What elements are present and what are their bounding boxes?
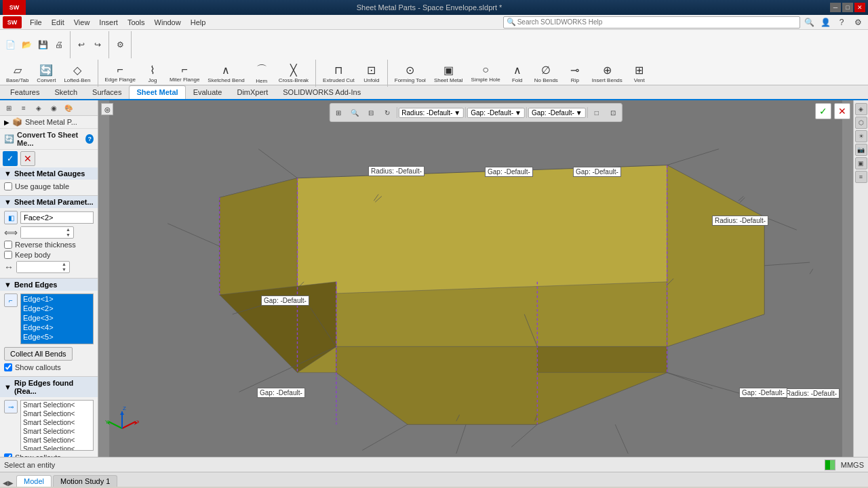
save-btn[interactable]: 💾 <box>35 37 50 52</box>
scene-btn[interactable]: ⬡ <box>855 117 867 129</box>
sketched-bend-btn[interactable]: ∧ Sketched Bend <box>204 62 248 85</box>
vent-btn[interactable]: ⊞ Vent <box>627 62 652 85</box>
hem-btn[interactable]: ⌒ Hem <box>250 61 274 86</box>
face-input[interactable]: Face<2> <box>20 211 94 224</box>
rip-selector-icon[interactable]: ⊸ <box>4 400 18 413</box>
thickness-input[interactable]: 2.00mm <box>21 227 65 238</box>
thickness-down[interactable]: ▼ <box>65 232 73 238</box>
help-btn[interactable]: ? <box>834 15 849 30</box>
thickness-up[interactable]: ▲ <box>65 227 73 232</box>
rip-up[interactable]: ▲ <box>61 262 69 267</box>
menu-view[interactable]: View <box>70 17 94 28</box>
radius-dropdown[interactable]: ▼ <box>454 109 460 117</box>
close-btn[interactable]: ✕ <box>854 3 865 12</box>
tree-icon3[interactable]: ◈ <box>33 102 45 114</box>
minimize-btn[interactable]: ─ <box>830 3 841 12</box>
edge-item-3[interactable]: Edge<3> <box>21 313 93 323</box>
ok-button[interactable]: ✓ <box>3 151 18 166</box>
menu-help[interactable]: Help <box>186 17 210 28</box>
tab-sketch[interactable]: Sketch <box>47 85 85 99</box>
bend-edges-header[interactable]: ▼ Bend Edges <box>0 279 98 291</box>
tab-evaluate[interactable]: Evaluate <box>186 85 230 99</box>
use-gauge-checkbox[interactable] <box>4 182 12 190</box>
sheet-metal-btn[interactable]: ▣ Sheet Metal <box>431 62 467 85</box>
open-btn[interactable]: 📂 <box>19 37 34 52</box>
user-icon[interactable]: 👤 <box>818 15 833 30</box>
tab-left-arrow[interactable]: ◀ <box>3 479 8 487</box>
rip-down[interactable]: ▼ <box>61 267 69 272</box>
extruded-cut-btn[interactable]: ⊓ Extruded Cut <box>319 62 358 85</box>
menu-tools[interactable]: Tools <box>123 17 149 28</box>
convert-sheet-btn[interactable]: 🔄 Convert <box>33 62 59 85</box>
bottom-tab-model[interactable]: Model <box>16 475 52 487</box>
zoom-prev-btn[interactable]: ⊟ <box>363 105 378 120</box>
search-bar[interactable]: 🔍 <box>503 16 800 28</box>
tab-features[interactable]: Features <box>3 85 47 99</box>
gap2-dropdown[interactable]: ▼ <box>576 109 583 117</box>
redo-btn[interactable]: ↪ <box>90 37 105 52</box>
zoom-fit-btn[interactable]: ⊞ <box>331 105 346 120</box>
window-controls[interactable]: ─ □ ✕ <box>830 3 865 12</box>
smart-item-3[interactable]: Smart Selection< <box>21 418 93 427</box>
edge-item-2[interactable]: Edge<2> <box>21 304 93 313</box>
edge-item-5[interactable]: Edge<5> <box>21 332 93 342</box>
tab-right-arrow[interactable]: ▶ <box>8 479 14 487</box>
bottom-tab-motion-study[interactable]: Motion Study 1 <box>53 475 117 487</box>
display-mode-btn[interactable]: □ <box>589 105 604 120</box>
gauges-header[interactable]: ▼ Sheet Metal Gauges <box>0 167 98 180</box>
menu-window[interactable]: Window <box>151 17 185 28</box>
tree-icon1[interactable]: ⊞ <box>3 102 15 114</box>
zoom-area-btn[interactable]: 🔍 <box>347 105 362 120</box>
search-input[interactable] <box>517 17 797 28</box>
tree-icon5[interactable]: 🎨 <box>62 102 75 114</box>
tab-addins[interactable]: SOLIDWORKS Add-Ins <box>275 85 368 99</box>
edge-flange-btn[interactable]: ⌐ Edge Flange <box>102 62 139 85</box>
section-view-btn[interactable]: ⊡ <box>606 105 620 120</box>
rip-distance-input[interactable]: 1.00mm <box>17 262 61 272</box>
cross-break-btn[interactable]: ╳ Cross-Break <box>275 62 312 85</box>
edges-selector-icon[interactable]: ⌐ <box>4 293 18 307</box>
tree-expand-icon[interactable]: ▶ <box>4 119 9 126</box>
appearance-btn[interactable]: ◈ <box>855 103 867 115</box>
no-bends-btn[interactable]: ∅ No Bends <box>531 62 561 85</box>
rotate-btn[interactable]: ↻ <box>380 105 395 120</box>
tree-icon2[interactable]: ≡ <box>18 102 30 114</box>
gap-dropdown[interactable]: ▼ <box>515 109 521 117</box>
reverse-thickness-checkbox[interactable] <box>4 241 12 249</box>
restore-btn[interactable]: □ <box>842 3 853 12</box>
rip-show-callouts-checkbox[interactable] <box>4 453 12 457</box>
print-btn[interactable]: 🖨 <box>52 37 66 52</box>
undo-btn[interactable]: ↩ <box>74 37 89 52</box>
rip-btn[interactable]: ⊸ Rip <box>563 62 587 85</box>
face-selector-icon[interactable]: ◧ <box>4 211 18 224</box>
unfold-btn[interactable]: ⊡ Unfold <box>359 62 384 85</box>
viewport-ok-btn[interactable]: ✓ <box>815 103 831 119</box>
tab-surfaces[interactable]: Surfaces <box>85 85 129 99</box>
smart-item-1[interactable]: Smart Selection< <box>21 401 93 409</box>
menu-insert[interactable]: Insert <box>95 17 122 28</box>
options-btn[interactable]: ⚙ <box>113 37 127 52</box>
viewport-cancel-btn[interactable]: ✕ <box>834 103 850 119</box>
lofted-btn[interactable]: ◇ Lofted-Ben <box>60 62 94 85</box>
fold-btn[interactable]: ∧ Fold <box>505 62 530 85</box>
tree-icon4[interactable]: ◉ <box>47 102 60 114</box>
cancel-button[interactable]: ✕ <box>20 151 35 166</box>
view-orientation-btn[interactable]: ◎ <box>101 103 113 115</box>
rip-distance-input-wrapper[interactable]: 1.00mm ▲ ▼ <box>16 261 70 273</box>
lights-btn[interactable]: ☀ <box>855 130 867 142</box>
smart-item-2[interactable]: Smart Selection< <box>21 409 93 418</box>
miter-flange-btn[interactable]: ⌐ Miter Flange <box>166 62 203 85</box>
params-header[interactable]: ▼ Sheet Metal Paramet... <box>0 196 98 208</box>
menu-file[interactable]: File <box>26 17 46 28</box>
display-pane-btn[interactable]: ▣ <box>855 157 867 169</box>
base-tab-btn[interactable]: ▱ Base/Tab <box>3 62 32 85</box>
collect-all-bends-btn[interactable]: Collect All Bends <box>4 347 73 361</box>
viewport[interactable]: ◎ ⊞ 🔍 ⊟ ↻ Radius: -Default- ▼ Gap: -Defa… <box>98 100 853 457</box>
tab-dimxpert[interactable]: DimXpert <box>229 85 275 99</box>
edge-item-1[interactable]: Edge<1> <box>21 294 93 304</box>
simple-hole-btn[interactable]: ○ Simple Hole <box>468 62 504 85</box>
thickness-input-wrapper[interactable]: 2.00mm ▲ ▼ <box>20 226 74 239</box>
smart-item-4[interactable]: Smart Selection< <box>21 427 93 436</box>
edges-list[interactable]: Edge<1> Edge<2> Edge<3> Edge<4> Edge<5> … <box>20 293 94 344</box>
menu-edit[interactable]: Edit <box>47 17 68 28</box>
